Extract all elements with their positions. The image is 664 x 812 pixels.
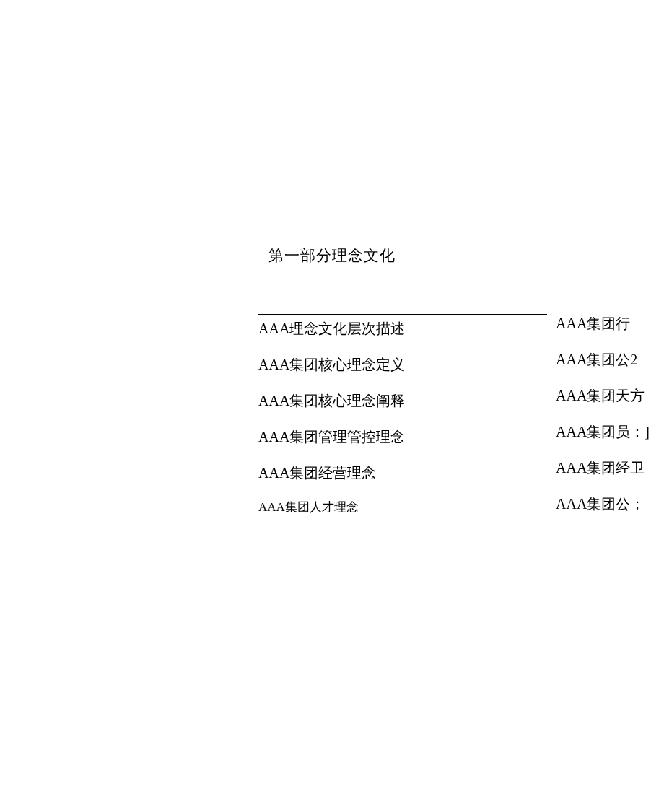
section-heading: 第一部分理念文化: [0, 245, 664, 266]
list-item: AAA集团行: [556, 314, 664, 333]
list-item: AAA集团核心理念阐释: [258, 391, 479, 410]
list-item: AAA集团公2: [556, 350, 664, 369]
list-item: AAA集团管理管控理念: [258, 427, 479, 446]
list-item: AAA集团公；: [556, 494, 664, 513]
list-item: AAA集团经卫: [556, 458, 664, 477]
list-item: AAA集团员：]: [556, 422, 664, 441]
list-item: AAA集团核心理念定义: [258, 355, 479, 374]
list-item: AAA理念文化层次描述: [258, 319, 479, 338]
list-item: AAA集团人才理念: [258, 499, 479, 515]
right-column: AAA集团行 AAA集团公2 AAA集团天方 AAA集团员：] AAA集团经卫 …: [556, 314, 664, 531]
divider-line: [258, 314, 547, 315]
list-item: AAA集团经营理念: [258, 463, 479, 482]
list-item: AAA集团天方: [556, 386, 664, 405]
left-column: AAA理念文化层次描述 AAA集团核心理念定义 AAA集团核心理念阐释 AAA集…: [258, 319, 479, 533]
